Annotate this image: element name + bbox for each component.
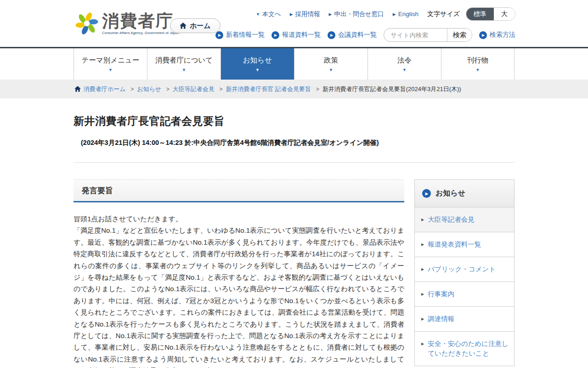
breadcrumb-link[interactable]: 消費者庁ホーム xyxy=(84,86,126,92)
utility-links-row: ▼ 本文へ ▶ 採用情報 ▶ 申出・問合せ窓口 ▶ English 文字サイズ … xyxy=(256,7,515,21)
triangle-right-icon: ▶ xyxy=(421,314,424,324)
circle-arrow-icon: ▶ xyxy=(271,31,279,39)
triangle-right-icon: ▶ xyxy=(421,215,424,224)
breadcrumb-item: お知らせ > xyxy=(137,85,173,93)
font-size-toggle: 標準 大 xyxy=(466,7,515,21)
breadcrumb-item: 消費者庁ホーム > xyxy=(84,85,137,93)
circle-arrow-icon: ▶ xyxy=(215,31,223,39)
breadcrumb-separator: > xyxy=(219,86,222,92)
sidebar: ▶ お知らせ ▶ 大臣等記者会見 ▶ 報道発表資料一覧 ▶ パブリック・コメント… xyxy=(414,179,514,368)
agency-name-en: Consumer Affairs Agency, Government of J… xyxy=(102,31,180,35)
triangle-marker-icon: ▶ xyxy=(329,12,332,17)
utility-link[interactable]: ▶ 採用情報 xyxy=(290,10,320,18)
breadcrumb-band: 消費者庁ホーム > お知らせ > 大臣等記者会見 > 新井消費者庁長官 記者会見… xyxy=(0,80,588,98)
nav-tab[interactable]: 法令 ▼ xyxy=(368,48,441,80)
utility-link[interactable]: ▼ 本文へ xyxy=(256,10,281,18)
page-datetime: (2024年3月21日(木) 14:00～14:23 於:中央合同庁舎第4号館6… xyxy=(81,138,519,147)
title-block: 新井消費者庁長官記者会見要旨 (2024年3月21日(木) 14:00～14:2… xyxy=(69,98,519,147)
chevron-down-icon: ▼ xyxy=(329,68,333,72)
font-size-label: 文字サイズ xyxy=(427,10,460,18)
sidebar-header[interactable]: ▶ お知らせ xyxy=(415,180,514,207)
breadcrumb-item: 新井消費者庁長官 記者会見要旨 > xyxy=(226,85,322,93)
breadcrumb-item: 大臣等記者会見 > xyxy=(173,85,226,93)
paragraph: 「満足度No.1」などと宣伝をいたします、いわゆるNo.1表示について実態調査を… xyxy=(74,224,404,368)
nav-tab[interactable]: お知らせ ▼ xyxy=(220,48,294,80)
pinwheel-logo-icon xyxy=(74,11,99,36)
triangle-right-icon: ▶ xyxy=(421,339,424,358)
page-title: 新井消費者庁長官記者会見要旨 xyxy=(74,114,519,128)
triangle-right-icon: ▶ xyxy=(421,264,424,274)
circle-arrow-icon: ▶ xyxy=(479,31,487,39)
quick-links-row: ▶ 新着情報一覧 ▶ 報道資料一覧 ▶ 会議資料一覧 検索 ▶ 検索方法 xyxy=(215,28,515,42)
sidebar-items: ▶ 大臣等記者会見 ▶ 報道発表資料一覧 ▶ パブリック・コメント ▶ 行事案内… xyxy=(415,207,514,366)
utility-links: ▼ 本文へ ▶ 採用情報 ▶ 申出・問合せ窓口 ▶ English xyxy=(256,10,418,18)
quick-links: ▶ 新着情報一覧 ▶ 報道資料一覧 ▶ 会議資料一覧 xyxy=(215,31,377,39)
triangle-marker-icon: ▶ xyxy=(290,12,293,17)
section-heading: 発言要旨 xyxy=(74,179,404,202)
nav-tab[interactable]: 刊行物 ▼ xyxy=(441,48,514,80)
nav-tab[interactable]: 政策 ▼ xyxy=(294,48,368,80)
triangle-marker-icon: ▶ xyxy=(393,12,396,17)
sidebar-title: お知らせ xyxy=(435,189,465,198)
content-area: 発言要旨 冒頭1点お話させていただきます。「満足度No.1」などと宣伝をいたしま… xyxy=(74,179,514,368)
font-size-standard-button[interactable]: 標準 xyxy=(466,8,494,20)
sidebar-item[interactable]: ▶ パブリック・コメント xyxy=(415,257,514,282)
quick-link[interactable]: ▶ 新着情報一覧 xyxy=(215,31,265,39)
home-icon xyxy=(180,23,187,29)
breadcrumb-separator: > xyxy=(130,86,134,92)
global-nav: テーマ別メニュー ▼ 消費者庁について ▼ お知らせ ▼ 政策 ▼ 法令 ▼ 刊… xyxy=(0,48,588,80)
sidebar-item[interactable]: ▶ 報道発表資料一覧 xyxy=(415,232,514,257)
nav-tab[interactable]: 消費者庁について ▼ xyxy=(147,48,220,80)
breadcrumb-link[interactable]: 新井消費者庁長官 記者会見要旨 xyxy=(226,86,311,92)
chevron-down-icon: ▼ xyxy=(255,68,260,72)
breadcrumb-link[interactable]: お知らせ xyxy=(137,86,161,92)
sidebar-item[interactable]: ▶ 調達情報 xyxy=(415,306,514,331)
breadcrumb: 消費者庁ホーム > お知らせ > 大臣等記者会見 > 新井消費者庁長官 記者会見… xyxy=(69,80,519,98)
sidebar-notice-box: ▶ お知らせ ▶ 大臣等記者会見 ▶ 報道発表資料一覧 ▶ パブリック・コメント… xyxy=(414,179,514,366)
body-text: 冒頭1点お話させていただきます。「満足度No.1」などと宣伝をいたします、いわゆ… xyxy=(74,213,404,368)
circle-arrow-icon: ▶ xyxy=(422,189,431,198)
site-header: 消費者庁 Consumer Affairs Agency, Government… xyxy=(0,0,588,48)
global-nav-items: テーマ別メニュー ▼ 消費者庁について ▼ お知らせ ▼ 政策 ▼ 法令 ▼ 刊… xyxy=(74,48,514,80)
chevron-down-icon: ▼ xyxy=(402,68,407,72)
home-button[interactable]: ホーム xyxy=(170,18,220,33)
utility-link[interactable]: ▶ English xyxy=(393,10,418,18)
quick-link[interactable]: ▶ 報道資料一覧 xyxy=(271,31,321,39)
site-search-input[interactable] xyxy=(384,32,447,39)
breadcrumb-current: 新井消費者庁長官記者会見要旨(2024年3月21日(木)) xyxy=(322,85,461,93)
triangle-right-icon: ▶ xyxy=(421,289,424,299)
home-icon xyxy=(74,86,81,92)
breadcrumb-separator: > xyxy=(166,86,170,92)
font-size-large-button[interactable]: 大 xyxy=(494,8,515,20)
sidebar-item[interactable]: ▶ 安全・安心のために注意していただきたいこと xyxy=(415,331,514,366)
agency-name: 消費者庁 xyxy=(102,12,180,31)
sidebar-item[interactable]: ▶ 行事案内 xyxy=(415,282,514,306)
main-column: 発言要旨 冒頭1点お話させていただきます。「満足度No.1」などと宣伝をいたしま… xyxy=(74,179,404,368)
search-help-link[interactable]: ▶ 検索方法 xyxy=(479,31,515,39)
quick-link[interactable]: ▶ 会議資料一覧 xyxy=(328,31,377,39)
circle-arrow-icon: ▶ xyxy=(328,31,335,39)
triangle-marker-icon: ▼ xyxy=(256,12,260,17)
site-search-box: 検索 xyxy=(384,28,472,42)
nav-tab[interactable]: テーマ別メニュー ▼ xyxy=(74,48,147,80)
sidebar-item[interactable]: ▶ 大臣等記者会見 xyxy=(415,207,514,232)
utility-link[interactable]: ▶ 申出・問合せ窓口 xyxy=(329,10,384,18)
agency-logo[interactable]: 消費者庁 Consumer Affairs Agency, Government… xyxy=(74,11,180,36)
chevron-down-icon: ▼ xyxy=(182,68,186,72)
chevron-down-icon: ▼ xyxy=(476,68,480,72)
paragraph: 冒頭1点お話させていただきます。 xyxy=(74,213,404,224)
triangle-right-icon: ▶ xyxy=(421,240,424,249)
breadcrumb-link[interactable]: 大臣等記者会見 xyxy=(173,86,215,92)
title-divider xyxy=(74,162,514,163)
breadcrumb-separator: > xyxy=(316,86,319,92)
chevron-down-icon: ▼ xyxy=(108,68,113,72)
search-button[interactable]: 検索 xyxy=(447,29,472,41)
